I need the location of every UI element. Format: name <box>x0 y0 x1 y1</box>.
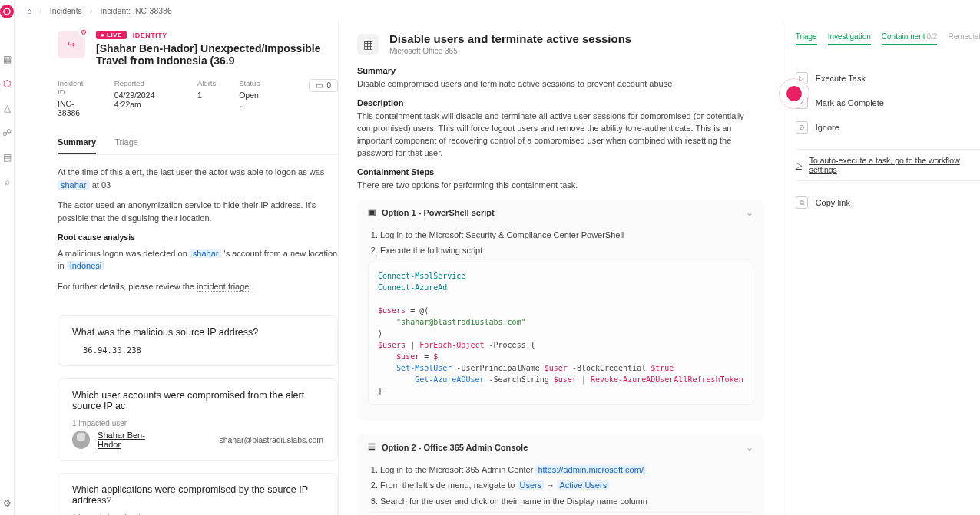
warning-icon[interactable]: △ <box>2 103 12 114</box>
phase-triage[interactable]: Triage <box>796 32 817 45</box>
phase-investigation[interactable]: Investigation <box>828 32 871 45</box>
tab-summary[interactable]: Summary <box>58 131 96 154</box>
nav-rail: ▦ ⬡ △ ☍ ▤ ⌕ ⚙ <box>0 0 15 515</box>
incidents-icon[interactable]: ⬡ <box>2 78 12 89</box>
users-icon[interactable]: ☍ <box>2 127 12 138</box>
task-icon: ▦ <box>357 34 379 55</box>
triage-link[interactable]: incident triage <box>197 282 250 292</box>
incident-title: [Shahar Ben-Hador] Unexpected/Impossible… <box>96 42 338 67</box>
app-logo[interactable] <box>0 5 14 18</box>
location-chip[interactable]: Indonesi <box>67 261 105 270</box>
status-dropdown[interactable]: Open <box>239 91 263 109</box>
doc-icon[interactable]: ▤ <box>2 152 12 163</box>
option-2-card: ☰Option 2 - Office 365 Admin Console ⌄ L… <box>357 434 764 515</box>
grid-icon[interactable]: ▦ <box>2 54 12 64</box>
admin-url[interactable]: https://admin.microsoft.com/ <box>535 465 646 474</box>
ignore-icon: ⊘ <box>796 121 808 134</box>
script-icon: ▣ <box>368 207 376 217</box>
phase-containment[interactable]: Containment0/2 <box>882 32 938 45</box>
avatar <box>72 431 90 449</box>
meta-alerts-label: Alerts <box>197 79 216 87</box>
meta-reported-label: Reported <box>114 79 174 87</box>
progress-tabs: Triage Investigation Containment0/2 Reme… <box>796 32 980 46</box>
question-card-apps: Which applications were compromised by t… <box>58 473 338 515</box>
comments-button[interactable]: ▭ 0 <box>309 79 338 92</box>
chevron-down-icon[interactable]: ⌄ <box>746 442 753 453</box>
ignore-button[interactable]: ⊘ Ignore <box>796 115 980 140</box>
task-title: Disable users and terminate active sessi… <box>389 32 631 45</box>
question-card-ip: What was the malicious source IP address… <box>58 315 338 366</box>
workflow-settings-link[interactable]: ▷ To auto-execute a task, go to the work… <box>796 149 980 181</box>
execute-task-button[interactable]: ▷ Execute Task <box>796 66 980 91</box>
comment-icon: ▭ <box>316 81 323 90</box>
option-1-card: ▣Option 1 - PowerShell script ⌄ Log in t… <box>357 200 764 421</box>
incident-panel: ↪ ● LIVE IDENTITY [Shahar Ben-Hador] Une… <box>15 21 338 515</box>
settings-icon[interactable]: ⚙ <box>2 498 12 509</box>
search-icon[interactable]: ⌕ <box>2 177 12 187</box>
user-email: shahar@blastradiuslabs.com <box>219 435 323 444</box>
spotlight-indicator <box>779 78 809 109</box>
mark-complete-button[interactable]: ✓ Mark as Complete <box>796 91 980 115</box>
identity-badge: IDENTITY <box>133 31 167 39</box>
svg-point-0 <box>4 8 10 15</box>
ip-value: 36.94.30.238 <box>72 345 323 355</box>
home-icon[interactable]: ⌂ <box>27 6 31 15</box>
phase-remediation[interactable]: Remediation0/2 <box>948 32 980 45</box>
play-box-icon: ▷ <box>796 160 802 170</box>
user-chip[interactable]: shahar <box>58 180 90 190</box>
user-link[interactable]: Shahar Ben-Hador <box>98 431 165 449</box>
breadcrumb: ⌂ › Incidents › Incident: INC-38386 <box>15 0 980 21</box>
meta-alerts: 1 <box>197 91 216 100</box>
question-card-users: Which user accounts were compromised fro… <box>58 378 338 461</box>
user-chip[interactable]: shahar <box>190 249 222 258</box>
chevron-down-icon[interactable]: ⌄ <box>746 207 753 218</box>
powershell-code: Connect-MsolService Connect-AzureAd $use… <box>368 262 753 405</box>
copy-link-button[interactable]: ⧉ Copy link <box>796 190 980 215</box>
rca-heading: Root cause analysis <box>58 232 338 244</box>
task-source: Microsoft Office 365 <box>389 47 631 55</box>
meta-id-label: Incident ID <box>58 79 91 96</box>
incident-type-icon: ↪ <box>58 31 85 58</box>
crumb-incident[interactable]: Incident: INC-38386 <box>100 6 171 15</box>
meta-reported: 04/29/2024 4:22am <box>114 91 174 109</box>
copy-icon: ⧉ <box>796 196 808 209</box>
meta-id: INC-38386 <box>58 99 91 117</box>
live-badge: ● LIVE <box>96 31 127 39</box>
crumb-incidents[interactable]: Incidents <box>50 6 82 15</box>
actions-panel: ⋮ Triage Investigation Containment0/2 Re… <box>783 21 980 515</box>
meta-status-label: Status <box>239 79 263 87</box>
list-icon: ☰ <box>368 442 376 452</box>
task-panel: ▦ Disable users and terminate active ses… <box>339 21 783 515</box>
tab-triage[interactable]: Triage <box>114 131 138 154</box>
email-block: shahar@blastradiuslabs.com <box>368 512 753 515</box>
